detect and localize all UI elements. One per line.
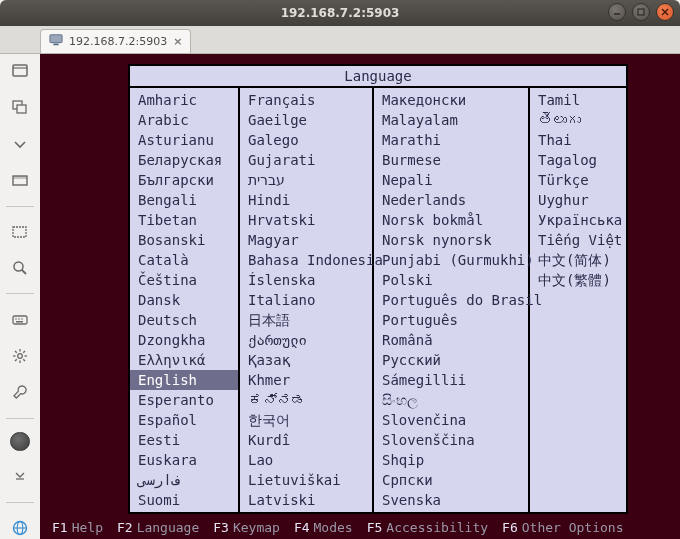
language-option[interactable]: Esperanto bbox=[130, 390, 238, 410]
language-option[interactable]: Dzongkha bbox=[130, 330, 238, 350]
svg-rect-15 bbox=[13, 316, 27, 324]
gear-icon[interactable] bbox=[8, 345, 32, 367]
language-option[interactable]: Norsk bokmål bbox=[374, 210, 528, 230]
language-option[interactable]: Català bbox=[130, 250, 238, 270]
language-option[interactable]: English bbox=[130, 370, 238, 390]
language-option[interactable]: Español bbox=[130, 410, 238, 430]
language-option[interactable]: Bengali bbox=[130, 190, 238, 210]
language-option[interactable]: Punjabi (Gurmukhi) bbox=[374, 250, 528, 270]
language-option[interactable]: Čeština bbox=[130, 270, 238, 290]
minimize-button[interactable] bbox=[608, 3, 626, 21]
language-option[interactable]: Polski bbox=[374, 270, 528, 290]
language-option[interactable]: Magyar bbox=[240, 230, 372, 250]
language-option[interactable]: Slovenščina bbox=[374, 430, 528, 450]
language-option[interactable]: Marathi bbox=[374, 130, 528, 150]
language-option[interactable]: Беларуская bbox=[130, 150, 238, 170]
language-option[interactable]: עברית bbox=[240, 170, 372, 190]
language-option[interactable]: Português bbox=[374, 310, 528, 330]
language-option[interactable]: Lao bbox=[240, 450, 372, 470]
language-option[interactable]: Македонски bbox=[374, 90, 528, 110]
fkey-label: Keymap bbox=[233, 520, 280, 535]
chevron-down-icon[interactable] bbox=[8, 133, 32, 155]
language-option[interactable]: Hrvatski bbox=[240, 210, 372, 230]
language-option[interactable]: Latviski bbox=[240, 490, 372, 510]
globe-icon[interactable] bbox=[8, 517, 32, 539]
language-option[interactable]: Íslenska bbox=[240, 270, 372, 290]
language-option[interactable]: Shqip bbox=[374, 450, 528, 470]
fkey-entry[interactable]: F3Keymap bbox=[213, 520, 280, 535]
language-option[interactable]: Română bbox=[374, 330, 528, 350]
language-option[interactable]: 한국어 bbox=[240, 410, 372, 430]
rectangle-select-icon[interactable] bbox=[8, 221, 32, 243]
fkey-entry[interactable]: F2Language bbox=[117, 520, 199, 535]
language-option[interactable]: ﻑﺍﺭﺳﯽ bbox=[130, 470, 238, 490]
language-option[interactable]: සිංහල bbox=[374, 390, 528, 410]
fkey-entry[interactable]: F5Accessibility bbox=[367, 520, 488, 535]
language-option[interactable]: Svenska bbox=[374, 490, 528, 510]
language-option[interactable]: Български bbox=[130, 170, 238, 190]
tab-close-button[interactable]: × bbox=[173, 35, 182, 48]
language-option[interactable]: Lietuviškai bbox=[240, 470, 372, 490]
language-option[interactable]: Arabic bbox=[130, 110, 238, 130]
language-option[interactable]: Slovenčina bbox=[374, 410, 528, 430]
tab-strip: 192.168.7.2:5903 × bbox=[0, 26, 680, 54]
language-option[interactable]: Tagalog bbox=[530, 150, 626, 170]
language-option[interactable]: Sámegillii bbox=[374, 370, 528, 390]
window-icon[interactable] bbox=[8, 60, 32, 82]
language-option[interactable]: Italiano bbox=[240, 290, 372, 310]
language-option[interactable]: Uyghur bbox=[530, 190, 626, 210]
language-option[interactable]: Amharic bbox=[130, 90, 238, 110]
maximize-button[interactable] bbox=[632, 3, 650, 21]
panel-icon[interactable] bbox=[8, 169, 32, 191]
language-option[interactable]: Қазақ bbox=[240, 350, 372, 370]
language-option[interactable]: Українська bbox=[530, 210, 626, 230]
language-option[interactable]: 中文(繁體) bbox=[530, 270, 626, 290]
language-option[interactable]: Kurdî bbox=[240, 430, 372, 450]
record-icon[interactable] bbox=[10, 432, 30, 451]
language-option[interactable]: Nepali bbox=[374, 170, 528, 190]
language-option[interactable]: Asturianu bbox=[130, 130, 238, 150]
language-option[interactable]: Hindi bbox=[240, 190, 372, 210]
language-option[interactable]: Türkçe bbox=[530, 170, 626, 190]
wrench-icon[interactable] bbox=[8, 381, 32, 403]
language-option[interactable]: Bosanski bbox=[130, 230, 238, 250]
zoom-icon[interactable] bbox=[8, 257, 32, 279]
language-option[interactable]: Galego bbox=[240, 130, 372, 150]
language-option[interactable]: ქართული bbox=[240, 330, 372, 350]
language-option[interactable]: 中文(简体) bbox=[530, 250, 626, 270]
close-button[interactable] bbox=[656, 3, 674, 21]
fkey-entry[interactable]: F1Help bbox=[52, 520, 103, 535]
language-option[interactable]: Khmer bbox=[240, 370, 372, 390]
language-option[interactable]: Euskara bbox=[130, 450, 238, 470]
language-option[interactable]: Ελληνικά bbox=[130, 350, 238, 370]
language-option[interactable]: Bahasa Indonesia bbox=[240, 250, 372, 270]
language-option[interactable]: Eesti bbox=[130, 430, 238, 450]
language-option[interactable]: Gujarati bbox=[240, 150, 372, 170]
language-option[interactable]: Tiếng Việt bbox=[530, 230, 626, 250]
language-option[interactable]: Burmese bbox=[374, 150, 528, 170]
collapse-icon[interactable] bbox=[8, 465, 32, 487]
language-option[interactable]: Русский bbox=[374, 350, 528, 370]
language-option[interactable]: ಕನ್ನಡ bbox=[240, 390, 372, 410]
language-option[interactable]: Português do Brasil bbox=[374, 290, 528, 310]
language-option[interactable]: Nederlands bbox=[374, 190, 528, 210]
language-option[interactable]: Malayalam bbox=[374, 110, 528, 130]
language-option[interactable]: Thai bbox=[530, 130, 626, 150]
language-option[interactable]: Gaeilge bbox=[240, 110, 372, 130]
language-option[interactable]: Français bbox=[240, 90, 372, 110]
language-option[interactable]: Tamil bbox=[530, 90, 626, 110]
windows-icon[interactable] bbox=[8, 96, 32, 118]
language-option[interactable]: Norsk nynorsk bbox=[374, 230, 528, 250]
tab-connection[interactable]: 192.168.7.2:5903 × bbox=[40, 29, 191, 53]
language-option[interactable]: Suomi bbox=[130, 490, 238, 510]
fkey-entry[interactable]: F4Modes bbox=[294, 520, 353, 535]
language-option[interactable]: Српски bbox=[374, 470, 528, 490]
svg-line-28 bbox=[15, 359, 17, 361]
language-option[interactable]: Deutsch bbox=[130, 310, 238, 330]
language-option[interactable]: తెలుగు bbox=[530, 110, 626, 130]
language-option[interactable]: Tibetan bbox=[130, 210, 238, 230]
fkey-entry[interactable]: F6Other Options bbox=[502, 520, 623, 535]
keyboard-icon[interactable] bbox=[8, 308, 32, 330]
language-option[interactable]: 日本語 bbox=[240, 310, 372, 330]
language-option[interactable]: Dansk bbox=[130, 290, 238, 310]
